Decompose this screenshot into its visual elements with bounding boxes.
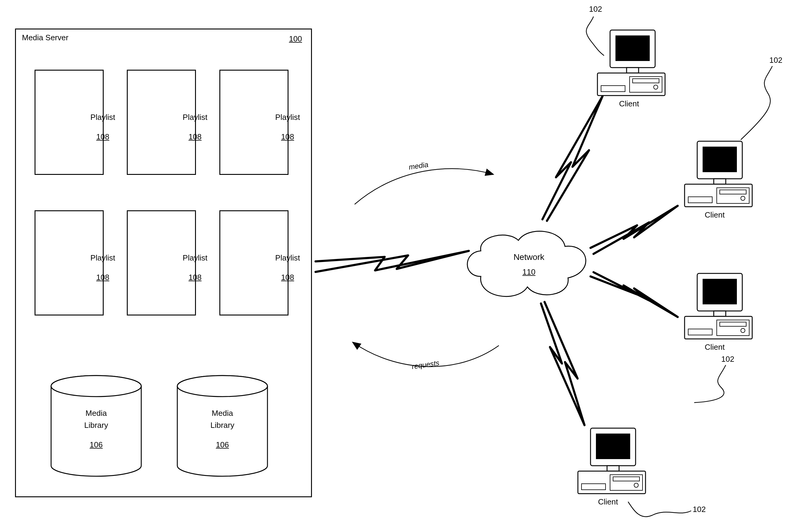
svg-point-19 <box>741 196 745 201</box>
client-label: Client <box>705 210 725 220</box>
client-label: Client <box>619 99 639 108</box>
svg-rect-30 <box>607 466 619 471</box>
client-computer-icon <box>592 27 670 107</box>
connectors-overlay <box>0 0 812 530</box>
client-label: Client <box>598 497 618 506</box>
svg-rect-26 <box>720 322 746 326</box>
client-computer-icon <box>679 270 757 350</box>
lightning-bolt-icon <box>591 206 678 254</box>
client-computer-icon <box>679 138 757 218</box>
svg-rect-29 <box>596 433 630 459</box>
client-computer-icon <box>572 425 651 505</box>
svg-rect-6 <box>627 68 639 73</box>
lightning-bolt-icon <box>591 272 678 317</box>
client-label: Client <box>705 342 725 352</box>
svg-rect-18 <box>720 190 746 194</box>
client-ref: 102 <box>769 56 782 65</box>
svg-rect-21 <box>702 279 737 304</box>
svg-rect-16 <box>688 197 712 203</box>
svg-rect-13 <box>702 147 737 172</box>
svg-rect-10 <box>633 79 659 83</box>
svg-point-35 <box>634 483 638 487</box>
svg-rect-24 <box>688 329 712 335</box>
svg-rect-8 <box>601 86 625 92</box>
lightning-bolt-icon <box>542 96 603 221</box>
lightning-bolt-icon <box>316 251 469 272</box>
svg-point-11 <box>654 85 658 89</box>
diagram-stage: Media Server 100 Playlist 108 Playlist 1… <box>0 0 812 530</box>
svg-rect-14 <box>714 179 726 184</box>
svg-rect-34 <box>613 477 639 481</box>
svg-rect-5 <box>615 35 650 61</box>
client-ref: 102 <box>693 505 706 514</box>
svg-rect-32 <box>581 484 606 490</box>
client-ref: 102 <box>589 4 602 14</box>
svg-point-27 <box>741 328 745 333</box>
svg-rect-22 <box>714 311 726 316</box>
lightning-bolt-icon <box>541 302 584 425</box>
client-ref: 102 <box>721 355 734 364</box>
